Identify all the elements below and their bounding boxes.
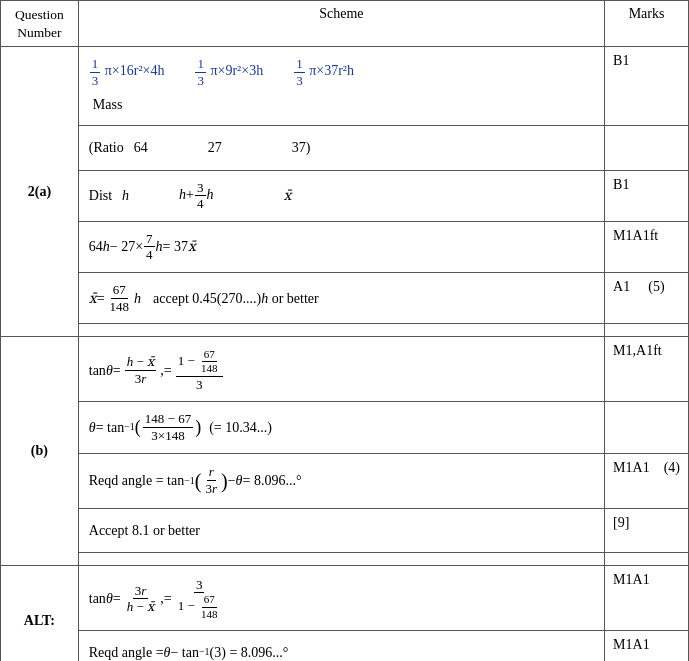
table-row: x̄ = 67148h accept 0.45(270....)h or bet… xyxy=(1,273,689,324)
marks-b-reqd: M1A1 (4) xyxy=(605,453,689,508)
marks-alt-reqd: M1A1 xyxy=(605,630,689,661)
question-number-2a: 2(a) xyxy=(1,47,79,337)
scheme-cell-2a-eq: 64h − 27×74h = 37x̄ xyxy=(78,221,604,272)
table-row: Reqd angle = θ − tan−1(3) = 8.096...° M1… xyxy=(1,630,689,661)
scheme-cell-b-tan: tanθ = h − x̄ 3r ,= 1 − 67148 3 xyxy=(78,337,604,402)
marks-b-theta xyxy=(605,402,689,453)
table-row: θ = tan−1 ( 148 − 67 3×148 ) (= 10.34...… xyxy=(1,402,689,453)
scheme-cell-2a-ratio: (Ratio 64 27 37) xyxy=(78,126,604,170)
table-row: ALT: tanθ = 3r h − x̄ ,= 3 1 − 67148 M1A… xyxy=(1,565,689,630)
table-row xyxy=(1,552,689,565)
table-row: (b) tanθ = h − x̄ 3r ,= 1 − 67148 3 M1,A… xyxy=(1,337,689,402)
marks-alt-tan: M1A1 xyxy=(605,565,689,630)
scheme-cell-b-blank xyxy=(78,552,604,565)
question-number-b: (b) xyxy=(1,337,79,566)
table-row: (Ratio 64 27 37) xyxy=(1,126,689,170)
marks-2a-ratio xyxy=(605,126,689,170)
scheme-cell-b-theta: θ = tan−1 ( 148 − 67 3×148 ) (= 10.34...… xyxy=(78,402,604,453)
marks-b-blank xyxy=(605,552,689,565)
scheme-cell-2a-1: 13 π×16r²×4h 13 π×9r²×3h 13 π×37r²h Mass xyxy=(78,47,604,126)
marks-2a-result: A1 (5) xyxy=(605,273,689,324)
scheme-cell-alt-tan: tanθ = 3r h − x̄ ,= 3 1 − 67148 xyxy=(78,565,604,630)
header-scheme: Scheme xyxy=(78,1,604,47)
question-number-alt: ALT: xyxy=(1,565,79,661)
marks-b-accept: [9] xyxy=(605,508,689,552)
marks-2a-eq: M1A1ft xyxy=(605,221,689,272)
scheme-cell-b-reqd: Reqd angle = tan−1 ( r 3r ) − θ = 8.096.… xyxy=(78,453,604,508)
marks-b-tan: M1,A1ft xyxy=(605,337,689,402)
scheme-cell-alt-reqd: Reqd angle = θ − tan−1(3) = 8.096...° xyxy=(78,630,604,661)
header-marks: Marks xyxy=(605,1,689,47)
table-row: Accept 8.1 or better [9] xyxy=(1,508,689,552)
marks-blank xyxy=(605,324,689,337)
marks-2a-dist: B1 xyxy=(605,170,689,221)
scheme-cell-2a-dist: Dist h h+34h x̄ xyxy=(78,170,604,221)
main-table: QuestionNumber Scheme Marks 2(a) 13 π×16… xyxy=(0,0,689,661)
header-qnum: QuestionNumber xyxy=(1,1,79,47)
marks-2a-1: B1 xyxy=(605,47,689,126)
table-row: 2(a) 13 π×16r²×4h 13 π×9r²×3h 13 π×37r²h xyxy=(1,47,689,126)
table-row: 64h − 27×74h = 37x̄ M1A1ft xyxy=(1,221,689,272)
scheme-cell-blank xyxy=(78,324,604,337)
scheme-cell-2a-result: x̄ = 67148h accept 0.45(270....)h or bet… xyxy=(78,273,604,324)
table-row xyxy=(1,324,689,337)
scheme-cell-b-accept: Accept 8.1 or better xyxy=(78,508,604,552)
table-row: Reqd angle = tan−1 ( r 3r ) − θ = 8.096.… xyxy=(1,453,689,508)
table-row: Dist h h+34h x̄ B1 xyxy=(1,170,689,221)
